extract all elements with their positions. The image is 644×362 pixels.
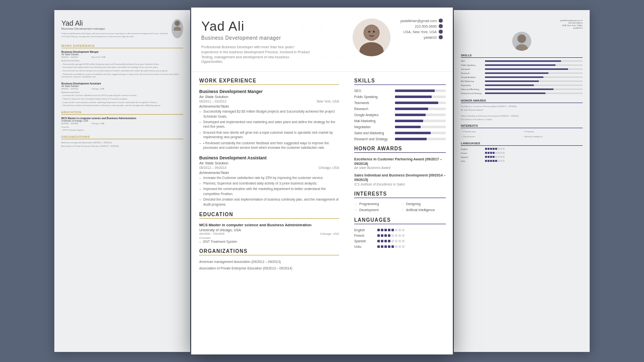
bg-left-org2: Association of Private Enterprise Educat… [61,145,183,148]
svg-marker-9 [299,13,325,35]
bg-right-award2-org: ICS Institute of Excellence in Sales [461,118,583,121]
job1-meta: 09/2011 – 03/2012 New York, USA [199,100,339,103]
organizations-section: ORGANIZATIONS American management Associ… [199,248,339,270]
bg-right-interest2: ☆ Designing [523,130,583,133]
resume-main: Yad Ali Business Development manager Pro… [191,8,453,354]
svg-marker-8 [280,13,306,35]
skills-section: SKILLS SEO Public Speaking Teamwork [354,78,446,141]
job1-task1: Successfully managed $2-$3 million Budge… [199,109,339,119]
bg-left-task2-2: – Planned, Supervise and coordinated dai… [61,98,183,101]
star-icon-4: ☆ [401,208,404,212]
bg-left-name: Yad Ali [61,19,169,27]
job2-company: Air State Solution [199,161,339,165]
star-icon-3: ☆ [354,208,357,212]
job1-title: Business Development Manger [199,89,339,94]
skill-research: Research [354,107,446,111]
bg-right-photo [512,32,531,51]
job1-company: Air State Solution [199,95,339,99]
work-experience-title: WORK EXPERIENCE [199,78,339,85]
phone-icon [439,24,443,28]
bg-right-skill-mail: Mail Marketing [461,80,583,82]
job2-title: Business Development Assistant [199,155,339,160]
svg-marker-10 [318,13,344,35]
skill-analytics: Google Analytics [354,113,446,117]
edu-course1: ENT Treatment System [199,240,339,243]
contact-location: USA, New York, USA [400,30,443,34]
skill-seo: SEO [354,89,446,93]
honor-awards-section: HONOR AWARDS Excellence in Customer Part… [354,146,446,186]
lang-french: French [354,234,446,237]
bg-left-course1: – ENT Treatment System [61,129,183,132]
bg-left-task3: – Ensured that new clients will grow int… [61,69,183,72]
bg-left-tasks2-label: Achievements/Tasks [61,91,183,94]
bg-left-job1-meta: 09/2011 – 03/2012 New York, USA [61,56,183,58]
job1-task2: Developed and Implemented new marketing … [199,120,339,129]
bg-left-task2-3: – Improved the communication with the ma… [61,101,183,104]
lang-spanish: Spanish [354,239,446,243]
bg-right-skill-strategy: Research and Strategy [461,92,583,95]
bg-left-task2-4: – Directed the creation and implementati… [61,104,183,107]
interest-designing: ☆ Designing [401,202,446,206]
bg-right-languages-title: LANGUAGES [461,142,583,146]
bg-right-skill-sales: Sales and Marketing [461,88,583,90]
svg-point-2 [175,21,180,26]
languages-title: LANGUAGES [354,217,446,224]
bg-left-edu-title: EDUCATION [61,111,183,115]
org2: Association of Private Enterprise Educat… [199,266,339,270]
contact-social: yadali10 [400,35,443,39]
resume-bg-right: yadalikhan@gmail.com ● 222-505-0666 ● US… [454,10,590,352]
svg-point-20 [373,31,375,33]
bg-right-lang-french: French [461,152,583,154]
bg-left-task2: – Developed and Implemented new marketin… [61,66,183,69]
bg-left-title: Business Development manager [61,27,169,30]
bg-right-award2: Sales Individual and Business Developmen… [461,115,583,118]
interest-ai: ☆ Artificial Intelligence [401,208,446,212]
bg-right-skill-speaking: Public Speaking [461,64,583,66]
bg-right-skill-analytics: Google Analytics [461,76,583,78]
star-icon-1: ☆ [354,202,357,206]
job2-task3: Improved the communication with the mark… [199,187,339,196]
bg-left-org1: American management Association (09/2012… [61,141,183,144]
bg-left-job2-meta: 08/2012 – 09/2014 Chicago, USA [61,87,183,90]
organizations-title: ORGANIZATIONS [199,248,339,255]
lang-english-dots [377,229,405,231]
bg-right-award1: Excellence in Customer Partnering Award … [461,105,583,108]
bg-left-courses: Courses [61,126,183,129]
header-contact: yadalikhan@gmail.com 222-505-0666 USA, N… [400,19,443,39]
bg-right-social: yadali10 ● [560,27,583,29]
education-section: EDUCATION MCS Master in computer science… [199,212,339,243]
bg-left-tasks-label: Achievements/Tasks [61,59,183,62]
bg-right-skill-teamwork: Teamwork [461,68,583,70]
bg-right-award1-org: Air state Business Award [461,109,583,112]
bg-left-task4: – Reviewed constantly the customer feedb… [61,73,183,78]
lang-english: English [354,228,446,232]
bg-right-lang-spanish: Spanish [461,156,583,158]
interest-programming: ☆ Programming [354,202,399,206]
bg-left-desc: Professional Business Developer with mor… [61,32,169,38]
location-icon [439,30,443,34]
edu-school: University of chicago, USA [199,228,339,232]
edu-degree: MCS Master in computer science and Busin… [199,223,339,228]
resume-container: Yad Ali Business Development manager Pro… [0,0,644,362]
skills-title: SKILLS [354,78,446,85]
org1: American management Association (09/2012… [199,259,339,264]
svg-point-6 [518,35,526,43]
bg-right-honor-title: HONOR AWARDS [461,99,583,103]
edu-meta: 09/2006 – 09/2008 Chicago, USA [199,232,339,235]
lang-spanish-dots [377,240,405,242]
job2-task2: Planned, Supervise and coordinated daily… [199,181,339,186]
bg-right-skills-title: SKILLS [461,54,583,58]
bg-left-work-title: WORK EXPERIENCE [61,44,183,48]
hex-pattern-svg [272,8,372,73]
bg-right-interest1: ☆ Programming [461,130,521,133]
job1-task4: • Reviewed constantly the customer feedb… [199,141,339,150]
job1-tasks-label: Achievements/Tasks [199,105,339,108]
bg-right-skill-seo: SEO [461,60,583,62]
bg-right-lang-urdu: Urdu [461,160,583,162]
star-icon-2: ☆ [401,202,404,206]
contact-phone: 222-505-0666 [400,24,443,28]
skill-teamwork: Teamwork [354,101,446,105]
bg-left-photo [172,19,183,38]
bg-left-orgs-title: ORGANIZATIONS [61,135,183,139]
col-right: SKILLS SEO Public Speaking Teamwork [347,72,453,354]
